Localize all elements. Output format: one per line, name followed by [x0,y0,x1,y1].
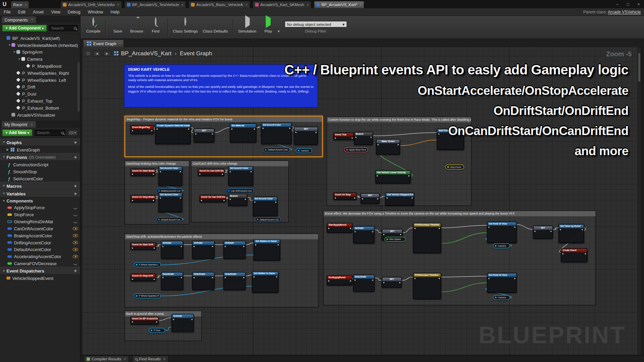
expand-arrow-icon[interactable]: ▼ [17,57,21,60]
visibility-eye-icon[interactable] [73,212,78,217]
back-button[interactable]: ◀ [93,50,101,56]
graph-node-stop-force[interactable]: Stop Force [445,165,464,170]
graph-node-p-wheel-sparkles-l[interactable]: P Wheel Sparkles L [134,262,161,267]
section-header-macros[interactable]: ▼Macros+ [0,182,80,189]
graph-node-set-field-of-view[interactable]: Set Field Of View [487,222,517,243]
graph-node-camera[interactable]: Camera [296,148,312,153]
graph-node-event-on-can-drift-start[interactable]: Event On Can Drift Start [198,169,224,176]
menu-edit[interactable]: Edit [14,9,29,14]
component-row-p-wheelsparkles-left[interactable]: P_WheelSparkles_Left [0,76,80,83]
components-panel-tab[interactable]: Components × [2,16,36,23]
add-macros-button[interactable]: + [73,183,77,189]
graph-node-deactivate[interactable]: Deactivate [223,272,246,290]
expand-arrow-icon[interactable]: ▼ [12,51,16,54]
component-row-arcadevsvisualizer[interactable]: ArcadeVSVisualizer [0,111,80,118]
forward-button[interactable]: ▶ [103,50,111,56]
graph-node-branch[interactable]: Branch [228,194,247,206]
visibility-eye-icon[interactable] [73,261,78,266]
graph-node-set[interactable]: SET [361,193,379,204]
browse-button[interactable]: Browse [127,18,146,34]
add-graphs-button[interactable]: + [73,139,77,145]
menu-asset[interactable]: Asset [29,9,47,14]
graph-node-event-on-start-brake[interactable]: Event On Start Brake [130,169,155,176]
graph-node-set-hidden-in-game[interactable]: Set Hidden in Game [252,271,278,293]
graph-node-event-on-can-drift-end[interactable]: Event On Can Drift End [200,195,226,202]
visibility-eye-icon[interactable] [73,240,78,245]
graph-node-fovdecrease-timeline[interactable]: FOVDecrease Timeline [413,223,441,253]
graph-node-activate[interactable]: Activate [223,241,246,259]
window-tab-bp-arcadevs-testvehicle[interactable]: BP_ArcadeVS_TestVehicle× [124,1,186,8]
variable-row-glowingrimsdinmat[interactable]: GlowingRimsDinMat [0,218,80,225]
tab-close-icon[interactable]: × [246,3,248,7]
close-button[interactable]: × [633,2,644,6]
variable-row-driftingaccentcolor[interactable]: DriftingAccentColor [0,239,80,246]
window-tab-race[interactable]: Race× [11,1,30,8]
list-item-vehiclestoppedevent[interactable]: VehicleStoppedEvent [0,275,80,282]
graph-node-add-force[interactable]: Add Force [437,128,464,150]
visibility-eye-icon[interactable] [73,205,78,210]
components-search-input[interactable] [51,25,74,31]
graph-node-set-material[interactable]: Set Material [230,124,256,142]
graph-node-event-on-stop-brake[interactable]: Event On Stop Brake [130,195,155,202]
variable-row-defaultaccentcolor[interactable]: DefaultAccentColor [0,246,80,253]
add-functions-button[interactable]: + [73,154,77,160]
compile-button[interactable]: ✓ Compile [84,18,103,34]
graph-node-set[interactable]: SET [294,127,318,145]
favorite-star-icon[interactable]: ☆ [86,50,91,57]
tab-event-graph[interactable]: Event Graph × [83,40,124,47]
graph-node-event-beginplay[interactable]: Event BeginPlay [130,125,154,134]
close-icon[interactable]: × [31,122,33,126]
add-new-button[interactable]: + Add New▾ [2,129,33,136]
close-icon[interactable]: × [119,42,121,46]
tab-close-icon[interactable]: × [25,3,27,7]
window-tab-arcadevs-kart-skmesh[interactable]: ArcadeVS_Kart_SKMesh× [253,1,311,8]
section-header-event-dispatchers[interactable]: ▼Event Dispatchers+ [0,267,80,275]
list-item-eventgraph[interactable]: ▶EventGraph [0,146,80,153]
graph-node-camera[interactable]: Camera [493,295,510,300]
component-row-p-wheelsparkles-right[interactable]: P_WheelSparkles_Right [0,69,80,76]
graph-node-activate[interactable]: Activate [161,241,183,259]
simulation-button[interactable]: Simulation [236,18,259,34]
graph-node-deactivate[interactable]: Deactivate [192,272,214,290]
component-row-vehicleskeletalmesh-inherited[interactable]: ▼VehicleSkeletalMesh (Inherited) [0,42,80,49]
close-icon[interactable]: × [31,18,33,22]
visibility-eye-icon[interactable] [73,247,78,252]
expand-arrow-icon[interactable]: ▼ [7,44,11,47]
graph-node-event-on-stop[interactable]: Event On Stop [333,192,357,200]
breadcrumb-graph-name[interactable]: Event Graph [180,50,212,57]
graph-node-set-accent-color[interactable]: Set Accent Color [261,123,292,144]
tab-close-icon[interactable]: × [117,3,119,7]
graph-node-set[interactable]: SET [194,128,214,142]
graph-node-set[interactable]: SET [533,226,553,239]
graph-node-call-vehicle-stopped-event[interactable]: Call Vehicle Stopped Event [385,192,414,205]
debug-object-select[interactable]: No debug object selected ▾ [284,21,347,27]
menu-help[interactable]: Help [107,9,123,14]
component-row-bp-arcadevs-kart-self[interactable]: BP_ArcadeVS_Kart(self) [0,35,80,42]
graph-node-set-accent-color[interactable]: Set Accent Color [159,192,182,212]
class-defaults-button[interactable]: Class Defaults [200,18,230,34]
graph-node-can-drift-accent-color[interactable]: Can Drift Accent Color [226,188,254,193]
component-row-p-mangaboost[interactable]: P_MangaBoost [0,62,80,69]
component-row-p-exhaust-bottom[interactable]: P_Exhaust_Bottom [0,104,80,111]
graph-node-activate[interactable]: Activate [353,226,375,243]
graph-node-set-timer-by-event[interactable]: Set Timer by Event [558,224,584,243]
find-button[interactable]: Find [146,18,165,34]
graph-node-event-on-stop-drift[interactable]: Event On Stop Drift [130,274,156,281]
list-item-setaccentcolor[interactable]: ƒSetAccentColor [0,175,80,182]
visibility-eye-icon[interactable] [73,233,78,238]
variable-row-stopforce[interactable]: StopForce [0,211,80,218]
maximize-button[interactable]: □ [623,2,633,6]
graph-node-set-hidden-in-game[interactable]: Set Hidden in Game [254,239,280,261]
event-graph-canvas[interactable]: BeginPlay - Prepare dynamic material for… [82,47,641,355]
unreal-logo-icon[interactable]: U [0,1,9,8]
graph-node-activate[interactable]: Activate [192,241,214,259]
components-scrollbar[interactable] [77,62,79,112]
add-component-button[interactable]: + Add Component▾ [2,24,47,32]
component-row-p-exhaust-top[interactable]: P_Exhaust_Top [0,97,80,104]
menu-file[interactable]: File [0,9,14,14]
graph-node-set-accent-color[interactable]: Set Accent Color [253,197,277,217]
graph-node-default-accent-color[interactable]: Default Accent Color [156,217,182,222]
component-row-springarm[interactable]: ▼SpringArm [0,48,80,55]
graph-node-branch[interactable]: Branch [354,132,373,145]
graph-node-startapplyboost[interactable]: StartApplyBoost [327,223,353,233]
